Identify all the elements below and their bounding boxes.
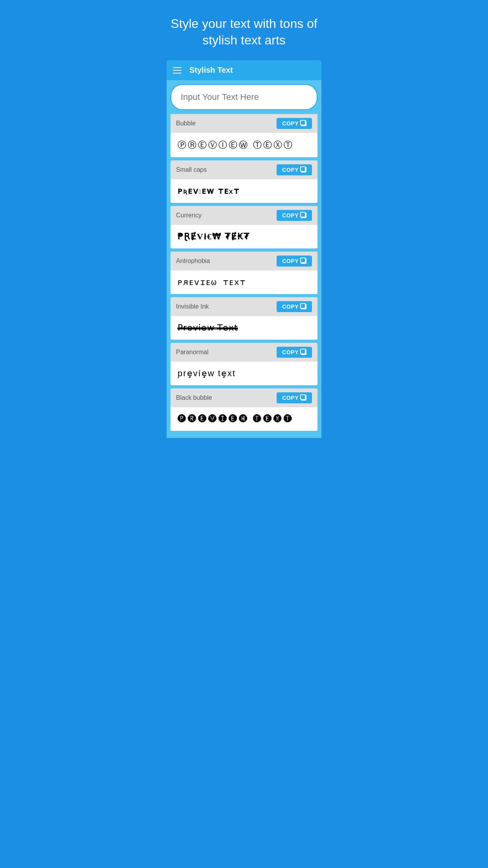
- card-label-black-bubble: Black bubble: [176, 394, 212, 401]
- copy-icon-small-caps: [301, 167, 306, 173]
- card-label-invisible-ink: Invisible Ink: [176, 303, 209, 310]
- style-card-paranormal: Paranormal COPY prȩvíȩw tȩxt: [171, 343, 317, 385]
- card-label-bubble: Bubble: [176, 120, 196, 127]
- card-body-bubble: ⓅⓇⒺⓋⒾⒺⓌ ⓉⒺⓍⓉ: [171, 133, 317, 157]
- card-header-bubble: Bubble COPY: [171, 114, 317, 133]
- card-label-paranormal: Paranormal: [176, 349, 209, 356]
- preview-text-black-bubble: 🅟🅡🅔🅥🅘🅔🅦 🅣🅔🅧🅣: [178, 414, 294, 424]
- card-header-paranormal: Paranormal COPY: [171, 343, 317, 362]
- style-card-bubble: Bubble COPY ⓅⓇⒺⓋⒾⒺⓌ ⓉⒺⓍⓉ: [171, 114, 317, 157]
- preview-text-paranormal: prȩvíȩw tȩxt: [178, 368, 236, 379]
- card-body-small-caps: ᴘʀᴇᴠɪᴇᴡ ᴛᴇxᴛ: [171, 179, 317, 203]
- card-body-antrophobia: ᴘᴙᴇvɪᴇω ᴛᴇxᴛ: [171, 270, 317, 294]
- style-card-currency: Currency COPY ₱ⱤɆVł€₩ ₮Ɇ₭₮: [171, 206, 317, 248]
- copy-button-antrophobia[interactable]: COPY: [277, 256, 312, 267]
- card-body-black-bubble: 🅟🅡🅔🅥🅘🅔🅦 🅣🅔🅧🅣: [171, 407, 317, 431]
- card-body-paranormal: prȩvíȩw tȩxt: [171, 362, 317, 385]
- copy-label-small-caps: COPY: [282, 167, 299, 173]
- input-wrapper: [171, 84, 317, 110]
- card-label-small-caps: Small caps: [176, 166, 207, 173]
- preview-text-currency: ₱ⱤɆVł€₩ ₮Ɇ₭₮: [178, 232, 250, 242]
- app-header: Stylish Text: [167, 60, 321, 80]
- app-container: Stylish Text Bubble COPY ⓅⓇⒺⓋⒾⒺⓌ ⓉⒺⓍⓉ Sm…: [167, 60, 321, 438]
- style-card-black-bubble: Black bubble COPY 🅟🅡🅔🅥🅘🅔🅦 🅣🅔🅧🅣: [171, 388, 317, 431]
- preview-text-invisible-ink: P̶r̶e̶v̶i̶e̶w̶ T̶e̶x̶t̶: [178, 323, 238, 333]
- style-card-invisible-ink: Invisible Ink COPY P̶r̶e̶v̶i̶e̶w̶ T̶e̶x̶…: [171, 297, 317, 340]
- copy-label-invisible-ink: COPY: [282, 303, 299, 310]
- copy-label-paranormal: COPY: [282, 349, 299, 355]
- copy-button-currency[interactable]: COPY: [277, 210, 312, 221]
- copy-icon-paranormal: [301, 349, 306, 355]
- card-label-antrophobia: Antrophobia: [176, 257, 210, 265]
- card-header-small-caps: Small caps COPY: [171, 160, 317, 179]
- copy-label-black-bubble: COPY: [282, 395, 299, 401]
- copy-icon-currency: [301, 213, 306, 218]
- card-label-currency: Currency: [176, 212, 202, 219]
- copy-icon-bubble: [301, 121, 306, 126]
- preview-text-bubble: ⓅⓇⒺⓋⒾⒺⓌ ⓉⒺⓍⓉ: [178, 139, 294, 151]
- card-header-currency: Currency COPY: [171, 206, 317, 225]
- hamburger-icon[interactable]: [173, 67, 182, 74]
- card-header-black-bubble: Black bubble COPY: [171, 388, 317, 407]
- copy-icon-antrophobia: [301, 258, 306, 264]
- content-area: Bubble COPY ⓅⓇⒺⓋⒾⒺⓌ ⓉⒺⓍⓉ Small caps COPY…: [167, 80, 321, 438]
- copy-label-currency: COPY: [282, 212, 299, 219]
- card-body-invisible-ink: P̶r̶e̶v̶i̶e̶w̶ T̶e̶x̶t̶: [171, 316, 317, 340]
- card-header-antrophobia: Antrophobia COPY: [171, 252, 317, 270]
- style-card-small-caps: Small caps COPY ᴘʀᴇᴠɪᴇᴡ ᴛᴇxᴛ: [171, 160, 317, 203]
- copy-button-paranormal[interactable]: COPY: [277, 347, 312, 358]
- app-title: Stylish Text: [189, 66, 233, 75]
- copy-button-bubble[interactable]: COPY: [277, 118, 312, 129]
- copy-icon-invisible-ink: [301, 304, 306, 309]
- hero-section: Style your text with tons of stylish tex…: [163, 0, 325, 60]
- copy-button-small-caps[interactable]: COPY: [277, 164, 312, 175]
- copy-label-bubble: COPY: [282, 120, 299, 127]
- style-card-antrophobia: Antrophobia COPY ᴘᴙᴇvɪᴇω ᴛᴇxᴛ: [171, 252, 317, 294]
- hero-title: Style your text with tons of stylish tex…: [171, 16, 317, 48]
- copy-button-invisible-ink[interactable]: COPY: [277, 301, 312, 312]
- card-body-currency: ₱ⱤɆVł€₩ ₮Ɇ₭₮: [171, 225, 317, 248]
- copy-button-black-bubble[interactable]: COPY: [277, 392, 312, 403]
- styles-container: Bubble COPY ⓅⓇⒺⓋⒾⒺⓌ ⓉⒺⓍⓉ Small caps COPY…: [171, 114, 317, 431]
- copy-icon-black-bubble: [301, 395, 306, 401]
- preview-text-small-caps: ᴘʀᴇᴠɪᴇᴡ ᴛᴇxᴛ: [178, 186, 240, 196]
- copy-label-antrophobia: COPY: [282, 258, 299, 264]
- preview-text-antrophobia: ᴘᴙᴇvɪᴇω ᴛᴇxᴛ: [178, 277, 246, 288]
- card-header-invisible-ink: Invisible Ink COPY: [171, 297, 317, 316]
- text-input[interactable]: [181, 92, 307, 102]
